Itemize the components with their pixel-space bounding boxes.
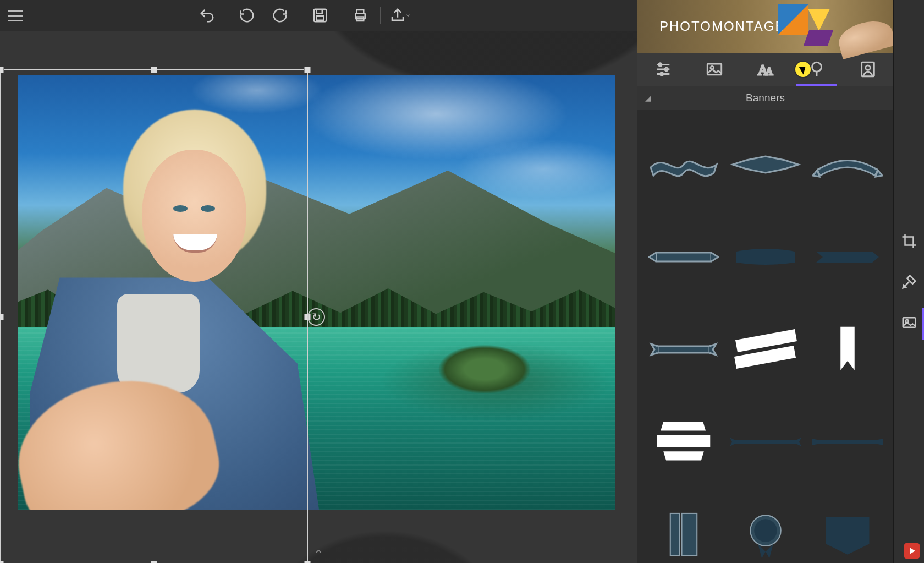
tab-portrait[interactable] — [842, 53, 893, 86]
asset-banner-stack-white[interactable] — [645, 401, 722, 483]
resize-handle-mid-left[interactable] — [0, 314, 4, 320]
person-layer — [30, 110, 340, 510]
panel-tabs: AA — [637, 53, 893, 86]
asset-ribbon-diamond[interactable] — [727, 123, 804, 206]
right-panel: PHOTOMONTAGE AA ◢ Banners — [637, 0, 893, 563]
svg-marker-22 — [812, 439, 817, 445]
asset-ribbon-flag-dark[interactable] — [809, 216, 886, 298]
svg-point-27 — [754, 519, 777, 542]
resize-handle-bottom-right[interactable] — [304, 561, 311, 563]
rotate-handle[interactable] — [307, 308, 325, 326]
section-title: Banners — [746, 92, 785, 104]
share-button[interactable] — [384, 0, 417, 31]
asset-ribbon-flat-dark[interactable] — [727, 216, 804, 298]
tab-image[interactable] — [689, 53, 740, 86]
divider — [380, 7, 381, 24]
undo-button[interactable] — [230, 0, 263, 31]
asset-ribbon-thin-dark-a[interactable] — [727, 401, 804, 483]
expand-bottom-panel-button[interactable]: ⌃ — [314, 548, 323, 562]
right-tool-rail — [893, 0, 924, 563]
section-header[interactable]: ◢ Banners — [637, 86, 893, 110]
asset-banner-diagonal-white[interactable] — [727, 308, 804, 391]
svg-point-11 — [812, 62, 821, 72]
svg-marker-19 — [663, 451, 704, 460]
tab-adjust[interactable] — [637, 53, 689, 86]
svg-rect-25 — [681, 513, 697, 555]
svg-point-13 — [865, 65, 870, 70]
svg-marker-18 — [657, 435, 710, 447]
resize-handle-bottom-left[interactable] — [0, 561, 4, 563]
image-fill-tool-button[interactable] — [899, 313, 919, 332]
resize-handle-top-left[interactable] — [0, 67, 4, 73]
rail-active-indicator — [922, 308, 924, 340]
asset-ribbon-thin-dark-b[interactable] — [809, 401, 886, 483]
svg-rect-7 — [707, 64, 722, 75]
svg-marker-23 — [878, 439, 883, 445]
print-button[interactable] — [344, 0, 377, 31]
save-button[interactable] — [304, 0, 337, 31]
panel-hero: PHOTOMONTAGE — [637, 0, 893, 53]
svg-marker-16 — [840, 327, 855, 370]
svg-rect-1 — [317, 16, 324, 20]
svg-rect-24 — [670, 513, 679, 555]
svg-marker-30 — [826, 517, 869, 555]
svg-marker-17 — [661, 422, 706, 430]
collapse-caret-icon[interactable]: ◢ — [645, 94, 651, 102]
resize-handle-bottom-mid[interactable] — [151, 561, 157, 563]
island-layer — [438, 345, 531, 394]
divider — [340, 7, 340, 24]
asset-grid — [637, 110, 893, 563]
asset-badge-medal[interactable] — [727, 493, 804, 563]
asset-ribbon-arc[interactable] — [809, 123, 886, 206]
asset-ribbon-wave[interactable] — [645, 123, 722, 206]
svg-marker-21 — [797, 438, 801, 446]
asset-bookmark-white[interactable] — [809, 308, 886, 391]
eyedropper-tool-button[interactable] — [899, 272, 919, 292]
menu-button[interactable] — [0, 0, 31, 31]
asset-ribbon-flat[interactable] — [645, 216, 722, 298]
resize-handle-top-mid[interactable] — [151, 67, 157, 73]
tab-text[interactable]: AA — [740, 53, 791, 86]
redo-button[interactable] — [263, 0, 296, 31]
undo-big-button[interactable] — [190, 0, 223, 31]
canvas-area[interactable]: ⌃ — [0, 31, 637, 563]
composite-image[interactable] — [18, 75, 615, 510]
svg-marker-20 — [730, 438, 734, 446]
play-button[interactable] — [904, 543, 920, 559]
tangram-graphic — [778, 4, 838, 48]
panel-title: PHOTOMONTAGE — [659, 19, 785, 34]
asset-ribbon-notch[interactable] — [645, 308, 722, 391]
crop-tool-button[interactable] — [899, 231, 919, 251]
svg-rect-31 — [903, 318, 915, 327]
svg-text:A: A — [766, 66, 773, 77]
asset-badge-rect[interactable] — [645, 493, 722, 563]
resize-handle-top-right[interactable] — [304, 67, 311, 73]
divider — [227, 7, 227, 24]
asset-banner-point[interactable] — [809, 493, 886, 563]
divider — [300, 7, 300, 24]
cursor-highlight-icon — [795, 62, 811, 77]
